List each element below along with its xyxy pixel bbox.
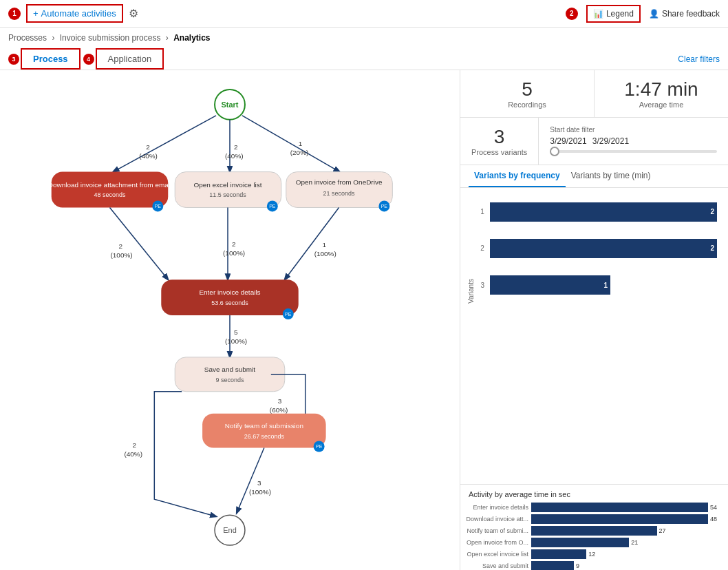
bar-value-1: 2 [710,208,714,215]
edge-enter-save-2: (100%) [225,337,247,345]
recordings-count: 5 [471,78,583,101]
edge-label-3: 1 [299,140,303,147]
automate-activities-button[interactable]: + Automate activities [26,4,123,23]
activity-bar-6 [531,561,574,570]
edge-enter-save-1: 5 [234,328,238,336]
tab-by-frequency[interactable]: Variants by frequency [469,165,566,187]
enter-label: Enter invoice details [199,288,260,296]
date-slider[interactable] [550,150,717,153]
frequency-bar-chart: Variants 1 2 2 2 3 [460,188,728,484]
edge-notify-end-1: 3 [257,479,261,487]
enter-node[interactable] [161,279,298,315]
save-label: Save and submit [204,366,255,373]
activity-bar-3 [531,526,657,536]
bar-fill-2: 2 [490,239,717,258]
variants-label: Process variants [471,148,527,156]
edge-label-3b: (20%) [290,149,309,156]
activity-label-5: Open excel invoice list [466,551,531,558]
avg-time-label: Average time [606,101,717,109]
bar-fill-1: 2 [490,202,717,222]
edge-save-end-2: (40%) [124,450,142,458]
breadcrumb-invoice[interactable]: Invoice submission process [60,33,161,43]
tabs-row: 3 Process 4 Application Clear filters [0,48,728,70]
activity-bar-4 [531,538,629,547]
separator: › [52,33,56,43]
tab-by-time[interactable]: Variants by time (min) [566,165,656,187]
breadcrumb: Processes › Invoice submission process ›… [0,28,728,48]
activity-row-6: Save and submit 9 [466,561,717,570]
variants-tabs: Variants by frequency Variants by time (… [460,165,728,188]
download-label: Download invoice attachment from email [48,181,172,189]
activity-row-2: Download invoice att... 48 [466,514,717,524]
excel-time: 11.5 seconds [209,192,246,199]
activity-row-5: Open excel invoice list 12 [466,549,717,559]
onedrive-time: 21 seconds [323,190,355,197]
excel-label: Open excel invoice list [193,181,261,189]
badge-1: 1 [8,8,21,20]
chart-bars-wrapper: 1 2 2 2 3 1 [476,193,717,304]
onedrive-app-text: PE [381,204,388,209]
badge-2: 2 [566,8,578,20]
avg-time-value: 1:47 min [606,78,717,101]
bar-value-3: 1 [603,282,608,289]
activity-value-4: 21 [631,539,638,546]
activity-row-1: Enter invoice details 54 [466,503,717,512]
stats-row: 5 Recordings 1:47 min Average time [460,70,728,118]
start-label: Start [222,101,239,109]
activity-bar-5 [531,549,586,559]
bar-row-1: 1 2 [476,202,717,222]
legend-icon: 📊 [593,9,603,19]
clear-filters-link[interactable]: Clear filters [678,54,720,64]
share-feedback-button[interactable]: 👤 Share feedback [649,9,720,19]
edge-onedrive-enter [285,207,339,279]
flow-diagram-area: Start 2 (40%) 2 (40%) 1 (20%) Download i… [0,70,460,570]
badge-4: 4 [83,54,94,65]
settings-icon[interactable]: ⚙ [129,7,138,20]
chart-container: Variants 1 2 2 2 3 [466,193,717,304]
download-time: 48 seconds [94,192,126,199]
activity-label-2: Download invoice att... [466,516,531,522]
plus-icon: + [33,8,39,19]
topbar: 1 + Automate activities ⚙ 2 📊 Legend 👤 S… [0,0,728,28]
activity-value-1: 54 [710,504,717,511]
notify-app-text: PE [316,444,323,449]
date-filter-label: Start date filter [550,126,717,134]
bar-label-1: 1 [476,208,484,215]
activity-label-4: Open invoice from O... [466,539,531,546]
activity-bar-1 [531,503,708,512]
activity-label-3: Notify team of submi... [466,527,531,534]
share-icon: 👤 [649,9,659,19]
edge-label-2: 2 [234,143,238,151]
edge-excel-enter-1: 2 [232,240,236,248]
topbar-left: 1 + Automate activities ⚙ [8,4,138,23]
tab-process[interactable]: Process [21,48,81,70]
separator2: › [166,33,171,43]
excel-node[interactable] [175,172,281,208]
date-slider-handle[interactable] [550,147,559,156]
tab-application[interactable]: Application [96,48,164,70]
save-node[interactable] [175,357,285,392]
bar-row-3: 3 1 [476,275,717,295]
topbar-right: 2 📊 Legend 👤 Share feedback [566,5,720,23]
edge-save-notify-2: (60%) [270,406,288,414]
edge-start-download [113,116,216,172]
legend-button[interactable]: 📊 Legend [586,5,641,23]
breadcrumb-processes[interactable]: Processes [8,33,47,43]
recordings-label: Recordings [471,101,583,109]
edge-dl-enter-1: 2 [118,242,122,250]
end-label: End [223,526,237,534]
edge-label-1b: (40%) [139,152,158,160]
bar-label-2: 2 [476,244,484,252]
share-label: Share feedback [662,9,720,19]
edge-dl-enter-2: (100%) [110,251,132,259]
download-node[interactable] [52,172,169,208]
date-to: 3/29/2021 [592,136,629,146]
notify-label: Notify team of submission [225,422,303,430]
activity-value-5: 12 [588,551,595,558]
save-time: 9 seconds [216,377,244,383]
notify-node[interactable] [202,414,326,448]
automate-label: Automate activities [41,8,116,19]
download-app-text: PE [155,204,162,209]
notify-time: 26.67 seconds [244,433,285,440]
activity-chart-title: Activity by average time in sec [466,490,717,498]
